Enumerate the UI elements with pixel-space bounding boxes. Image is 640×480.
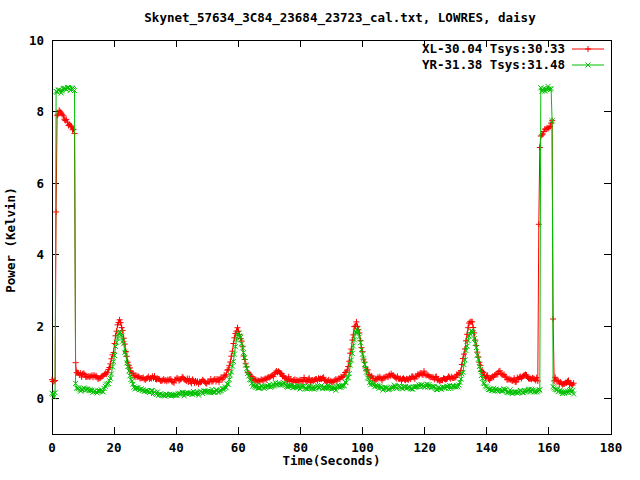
x-tick-label: 40 xyxy=(169,440,184,455)
x-tick-label: 100 xyxy=(351,440,374,455)
series-xl xyxy=(49,107,577,388)
x-tick-label: 160 xyxy=(538,440,561,455)
x-tick-label: 80 xyxy=(293,440,308,455)
y-tick-label: 6 xyxy=(36,176,44,191)
plot-canvas: Skynet_57634_3C84_23684_23723_cal.txt, L… xyxy=(0,0,640,480)
legend-sample-xl xyxy=(572,46,604,52)
y-tick-label: 0 xyxy=(36,391,44,406)
x-tick-label: 180 xyxy=(600,440,623,455)
x-tick-label: 0 xyxy=(48,440,56,455)
plot-area: 0204060801001201401601800246810 xyxy=(0,0,640,480)
y-tick-label: 4 xyxy=(36,247,44,262)
x-tick-label: 60 xyxy=(231,440,246,455)
y-tick-label: 10 xyxy=(29,33,44,48)
y-tick-label: 8 xyxy=(36,104,44,119)
x-tick-label: 140 xyxy=(475,440,498,455)
legend-sample-yr xyxy=(572,63,604,68)
x-tick-label: 20 xyxy=(107,440,122,455)
y-tick-label: 2 xyxy=(36,319,44,334)
x-tick-label: 120 xyxy=(413,440,436,455)
